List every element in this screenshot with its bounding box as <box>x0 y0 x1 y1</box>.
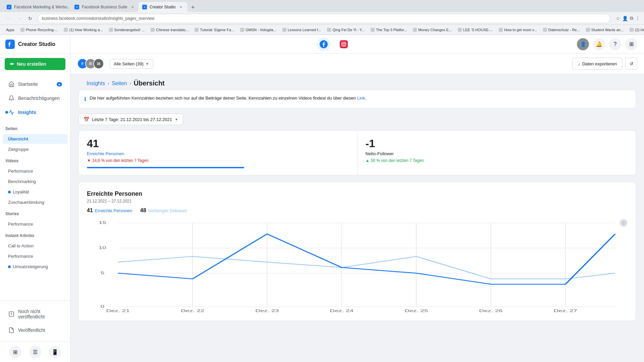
chart-title: Erreichte Personen <box>87 190 628 197</box>
info-link[interactable]: Link <box>357 96 365 101</box>
bookmark-3[interactable]: Sonderangebot! ... <box>107 27 147 33</box>
breadcrumb-seiten[interactable]: Seiten <box>112 80 127 86</box>
svg-text:10: 10 <box>99 246 106 250</box>
new-tab-button[interactable]: + <box>188 3 198 12</box>
metric-change-erreichte: ▼ 14,6 % von den letzten 7 Tagen <box>87 158 349 163</box>
sidebar-section-instant-title: Instant Articles <box>5 233 65 238</box>
grid-icon-btn[interactable]: ⊞ <box>9 346 21 358</box>
tab-label-2: Facebook Business Suite <box>82 5 127 9</box>
table-icon-btn[interactable]: ☰ <box>29 346 41 358</box>
bookmark-6[interactable]: GMSN - Vologda... <box>238 27 278 33</box>
legend-previous-label[interactable]: Vorheriger Zeitraum <box>148 208 187 213</box>
svg-rect-5 <box>340 40 348 48</box>
user-avatar[interactable]: 👤 <box>577 38 589 50</box>
page-select-button[interactable]: Alle Seiten (39) ▼ <box>109 59 153 69</box>
bookmark-11[interactable]: LEE 'S HOUSE-... <box>456 27 495 33</box>
svg-point-8 <box>345 43 345 43</box>
sidebar-bottom-icons: ⊞ ☰ 📱 <box>0 342 70 362</box>
bookmark-1[interactable]: Phone Recycling-... <box>18 27 60 33</box>
sidebar-sub-ia-performance[interactable]: Performance <box>3 251 67 261</box>
top-bar: 👤 🔔 ? ⊞ <box>70 35 644 54</box>
sidebar-sub-stories-performance[interactable]: Performance <box>3 219 67 229</box>
forward-button[interactable]: → <box>15 14 24 23</box>
sidebar-sub-zielgruppe[interactable]: Zielgruppe <box>3 144 67 154</box>
page-avatar-count: 36 <box>93 58 104 69</box>
sidebar-logo <box>5 40 15 49</box>
sidebar-bottom: Noch nicht veröffentlicht Veröffentlicht <box>0 300 70 342</box>
sidebar-item-insights[interactable]: Insights <box>3 106 67 119</box>
bookmark-apps[interactable]: Apps <box>4 27 16 33</box>
info-banner: ℹ Die hier aufgeführten Kennzahlen bezie… <box>78 90 636 108</box>
sidebar-sub-loyalitat[interactable]: Loyalität <box>3 187 67 197</box>
sidebar-sub-ubersicht[interactable]: Übersicht <box>3 134 67 144</box>
sidebar-sub-videos-performance[interactable]: Performance <box>3 166 67 176</box>
metric-change-text-follower: 50 % von den letzten 7 Tagen <box>371 158 424 163</box>
tab-2[interactable]: f Facebook Business Suite ✕ <box>70 2 138 12</box>
sidebar-sub-benchmarking[interactable]: Benchmarking <box>3 177 67 186</box>
help-btn[interactable]: ? <box>609 38 621 50</box>
notification-bell-btn[interactable]: 🔔 <box>593 38 605 50</box>
profile-icon[interactable]: 👤 <box>622 16 628 21</box>
bookmark-14[interactable]: Student Wants an... <box>584 27 626 33</box>
instagram-platform-btn[interactable] <box>337 38 351 51</box>
facebook-platform-btn[interactable] <box>317 38 330 51</box>
tab-close-2[interactable]: ✕ <box>130 4 135 10</box>
bookmark-favicon <box>64 28 68 32</box>
bookmark-4[interactable]: Chinese translatio... <box>149 27 191 33</box>
expand-btn[interactable]: ⊞ <box>625 38 637 50</box>
svg-text:Dez. 26: Dez. 26 <box>479 309 502 313</box>
extensions-icon[interactable]: ⧉ <box>630 15 633 21</box>
bookmark-icon[interactable]: ☆ <box>616 16 620 21</box>
metric-label-erreichte[interactable]: Erreichte Personen <box>87 151 349 156</box>
reload-button[interactable]: ↻ <box>25 14 35 23</box>
breadcrumb: Insights › Seiten › Übersicht <box>78 74 636 90</box>
bookmark-15[interactable]: (2) How To Add A... <box>628 27 644 33</box>
bookmark-7[interactable]: Lessons Learned f... <box>280 27 323 33</box>
bookmark-favicon <box>240 28 244 32</box>
published-icon <box>8 327 15 334</box>
page-avatars: F B 36 <box>77 58 104 69</box>
bookmark-12[interactable]: How to get more v... <box>497 27 539 33</box>
sidebar-sub-call-to-action[interactable]: Call to Action <box>3 241 67 251</box>
export-button[interactable]: ↓ Daten exportieren <box>572 58 623 70</box>
sidebar-sub-zuschauerbindung[interactable]: Zuschauerbindung <box>3 197 67 207</box>
date-picker-button[interactable]: 📅 Letzte 7 Tage: 21.12.2021 bis 27.12.20… <box>78 114 183 125</box>
tab-label-1: Facebook Marketing & Werbu... <box>14 5 70 9</box>
svg-text:5: 5 <box>101 271 104 275</box>
bookmark-8[interactable]: Qing Fei De Yi - Y... <box>325 27 367 33</box>
sidebar-sub-umsatzsteigerung[interactable]: Umsatzsteigerung <box>3 262 67 272</box>
sidebar-item-startseite[interactable]: Startseite ● <box>3 77 67 91</box>
bookmark-11-label: LEE 'S HOUSE-... <box>463 28 493 32</box>
tab-1[interactable]: f Facebook Marketing & Werbu... ✕ <box>3 2 70 12</box>
sidebar-item-nicht-veroffentlicht[interactable]: Noch nicht veröffentlicht <box>3 305 67 323</box>
breadcrumb-current: Übersicht <box>134 79 165 87</box>
tab-close-3[interactable]: ✕ <box>178 4 183 10</box>
sidebar-item-veroffentlicht-label: Veröffentlicht <box>18 327 45 333</box>
app-container: Creator Studio ✏ Neu erstellen Startseit… <box>0 35 644 362</box>
bookmark-8-label: Qing Fei De Yi - Y... <box>332 28 365 32</box>
sidebar-app-title: Creator Studio <box>18 41 55 47</box>
bookmark-2[interactable]: (1) How Working a... <box>62 27 105 33</box>
bookmark-5[interactable]: Tutorial: Eigene Fa... <box>193 27 236 33</box>
bookmark-6-label: GMSN - Vologda... <box>246 28 276 32</box>
bookmark-10[interactable]: Money Changes E... <box>411 27 454 33</box>
breadcrumb-insights[interactable]: Insights <box>87 80 105 86</box>
tab-3[interactable]: f Creator Studio ✕ <box>138 2 187 12</box>
bookmark-favicon <box>371 28 375 32</box>
mobile-icon-btn[interactable]: 📱 <box>49 346 61 358</box>
sidebar-item-veroffentlicht[interactable]: Veröffentlicht <box>3 323 67 337</box>
sidebar-item-benachrichtigungen[interactable]: Benachrichtigungen <box>3 92 67 105</box>
legend-current-label[interactable]: Erreichte Personen <box>95 208 132 213</box>
menu-icon[interactable]: ⋮ <box>635 16 640 21</box>
chart-info-icon[interactable]: ⓘ <box>620 219 628 227</box>
settings-icon-btn[interactable]: ↺ <box>625 58 637 70</box>
bookmark-9[interactable]: The Top 3 Platfor... <box>369 27 409 33</box>
sidebar-item-benachrichtigungen-label: Benachrichtigungen <box>18 96 60 101</box>
bookmark-13[interactable]: Datenschutz - Re... <box>541 27 582 33</box>
bookmark-favicon <box>586 28 590 32</box>
new-create-button[interactable]: ✏ Neu erstellen <box>5 58 65 70</box>
back-button[interactable]: ← <box>4 14 13 23</box>
sidebar: Creator Studio ✏ Neu erstellen Startseit… <box>0 35 70 362</box>
bookmark-4-label: Chinese translatio... <box>156 28 189 32</box>
address-bar[interactable]: business.facebook.com/creatorstudio/insi… <box>38 14 610 23</box>
